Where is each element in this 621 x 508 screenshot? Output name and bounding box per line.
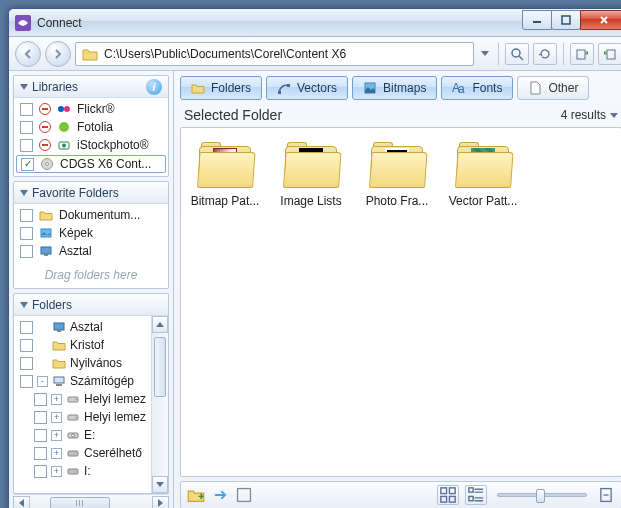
library-item-cdgs[interactable]: CDGS X6 Cont... [16, 155, 166, 173]
forward-button[interactable] [45, 41, 71, 67]
refresh-button[interactable] [533, 43, 557, 65]
tree-row[interactable]: -Számítógép [14, 372, 151, 390]
checkbox[interactable] [34, 393, 47, 406]
libraries-header[interactable]: Libraries i [14, 76, 168, 98]
sidebar-hscroll[interactable] [13, 494, 169, 508]
folder-item[interactable]: Vector Patt... [445, 142, 521, 208]
tree-row[interactable]: +I: [14, 462, 151, 480]
scroll-up[interactable] [152, 316, 168, 333]
library-item-fotolia[interactable]: Fotolia [14, 118, 168, 136]
scroll-track[interactable] [152, 333, 168, 476]
tray-button-3[interactable] [235, 486, 253, 504]
filter-vectors[interactable]: Vectors [266, 76, 348, 100]
library-item-flickr[interactable]: Flickr® [14, 100, 168, 118]
svg-rect-35 [441, 496, 447, 502]
checkbox[interactable] [20, 139, 33, 152]
slider-knob[interactable] [536, 489, 545, 503]
expand-toggle[interactable]: + [51, 394, 62, 405]
favorite-item[interactable]: Dokumentum... [14, 206, 168, 224]
folders-header[interactable]: Folders [14, 294, 168, 316]
close-button[interactable] [580, 10, 621, 30]
checkbox[interactable] [20, 245, 33, 258]
filter-bitmaps[interactable]: Bitmaps [352, 76, 437, 100]
scroll-left[interactable] [13, 496, 30, 509]
search-button[interactable] [505, 43, 529, 65]
collapse-icon [20, 190, 28, 196]
svg-rect-38 [469, 496, 473, 500]
svg-rect-16 [57, 330, 61, 332]
filter-folders[interactable]: Folders [180, 76, 262, 100]
scroll-down[interactable] [152, 476, 168, 493]
info-icon[interactable]: i [146, 79, 162, 95]
expand-toggle[interactable]: + [51, 430, 62, 441]
scroll-right[interactable] [152, 496, 169, 509]
svg-rect-34 [449, 488, 455, 494]
checkbox[interactable] [20, 103, 33, 116]
checkbox[interactable] [20, 209, 33, 222]
back-button[interactable] [15, 41, 41, 67]
istock-icon [57, 138, 71, 152]
content-area[interactable]: Bitmap Pat...Image ListsPhoto Fra...Vect… [180, 127, 621, 477]
expand-toggle[interactable]: + [51, 448, 62, 459]
filter-fonts[interactable]: Aa Fonts [441, 76, 513, 100]
tree-vscroll[interactable] [151, 316, 168, 493]
checkbox[interactable] [34, 429, 47, 442]
tree-row[interactable]: +Helyi lemez [14, 390, 151, 408]
checkbox[interactable] [20, 321, 33, 334]
view-list-button[interactable] [465, 485, 487, 505]
tray-button-1[interactable] [187, 486, 205, 504]
checkbox[interactable] [34, 447, 47, 460]
tree-row[interactable]: +E: [14, 426, 151, 444]
expand-toggle[interactable]: - [37, 376, 48, 387]
filter-other[interactable]: Other [517, 76, 589, 100]
checkbox[interactable] [20, 121, 33, 134]
checkbox[interactable] [34, 465, 47, 478]
svg-point-6 [64, 106, 70, 112]
checkbox[interactable] [21, 158, 34, 171]
favorites-header[interactable]: Favorite Folders [14, 182, 168, 204]
checkbox[interactable] [20, 375, 33, 388]
libraries-panel: Libraries i Flickr® Fotolia [13, 75, 169, 177]
folder-item[interactable]: Photo Fra... [359, 142, 435, 208]
separator [563, 43, 564, 65]
checkbox[interactable] [20, 357, 33, 370]
tree-row[interactable]: Nyilvános [14, 354, 151, 372]
address-bar[interactable]: C:\Users\Public\Documents\Corel\Content … [75, 42, 474, 66]
expand-toggle[interactable]: + [51, 466, 62, 477]
svg-rect-13 [41, 247, 51, 254]
export-button[interactable] [570, 43, 594, 65]
results-count[interactable]: 4 results [561, 108, 618, 122]
folder-item[interactable]: Bitmap Pat... [187, 142, 263, 208]
folder-item[interactable]: Image Lists [273, 142, 349, 208]
checkbox[interactable] [20, 227, 33, 240]
collapse-button[interactable] [597, 486, 615, 504]
view-thumbnails-button[interactable] [437, 485, 459, 505]
scroll-thumb[interactable] [154, 337, 166, 397]
address-dropdown[interactable] [478, 51, 492, 56]
favorite-item[interactable]: Képek [14, 224, 168, 242]
import-button[interactable] [598, 43, 621, 65]
svg-rect-1 [562, 16, 570, 24]
tree-row[interactable]: Kristof [14, 336, 151, 354]
library-item-istockphoto[interactable]: iStockphoto® [14, 136, 168, 154]
svg-rect-17 [54, 377, 64, 383]
scroll-track[interactable] [30, 496, 152, 509]
maximize-button[interactable] [551, 10, 581, 30]
favorite-item[interactable]: Asztal [14, 242, 168, 260]
expand-toggle[interactable]: + [51, 412, 62, 423]
checkbox[interactable] [34, 411, 47, 424]
separator [498, 43, 499, 65]
tray-button-2[interactable] [211, 486, 229, 504]
folder-tree[interactable]: AsztalKristofNyilvános-Számítógép+Helyi … [14, 316, 151, 493]
svg-rect-0 [533, 21, 541, 23]
minimize-button[interactable] [522, 10, 552, 30]
zoom-slider[interactable] [497, 493, 587, 497]
checkbox[interactable] [20, 339, 33, 352]
tree-row[interactable]: Asztal [14, 318, 151, 336]
svg-point-9 [62, 144, 66, 148]
tree-row[interactable]: +Cserélhető [14, 444, 151, 462]
scroll-thumb[interactable] [50, 497, 110, 509]
tree-row[interactable]: +Helyi lemez [14, 408, 151, 426]
node-icon [66, 410, 80, 424]
remove-icon [39, 121, 51, 133]
